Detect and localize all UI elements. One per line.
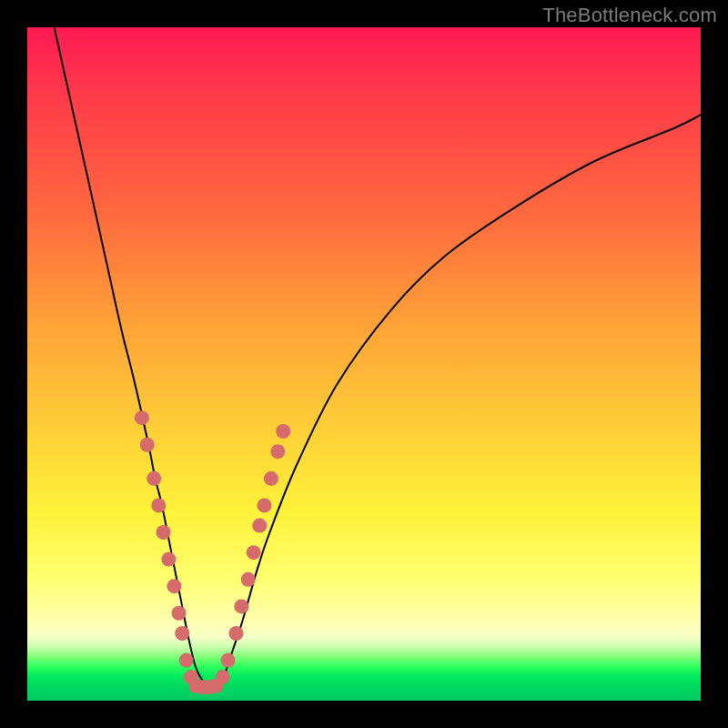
sample-dot [147, 471, 161, 486]
sample-dot [167, 579, 181, 593]
chart-frame: TheBottleneck.com [0, 0, 728, 728]
sample-dots [135, 410, 290, 694]
sample-dot [216, 670, 230, 684]
sample-dot [179, 653, 194, 668]
plot-area [27, 27, 701, 701]
sample-dot [172, 606, 187, 621]
sample-dot [228, 626, 243, 641]
sample-dot [156, 525, 170, 540]
sample-dot [241, 572, 256, 587]
sample-dot [252, 519, 267, 533]
sample-dot [161, 552, 176, 567]
watermark-text: TheBottleneck.com [542, 4, 717, 27]
sample-dot [234, 599, 248, 613]
sample-dot [247, 545, 261, 560]
sample-dot [221, 653, 236, 668]
sample-dot [140, 438, 155, 452]
sample-dot [135, 410, 149, 425]
sample-dot [257, 498, 271, 512]
sample-dot [270, 444, 285, 459]
sample-dot [175, 626, 189, 641]
sample-dot [264, 471, 278, 486]
sample-dot [276, 424, 290, 439]
bottleneck-curve [55, 27, 701, 688]
chart-svg [27, 27, 701, 701]
sample-dot [151, 498, 166, 512]
